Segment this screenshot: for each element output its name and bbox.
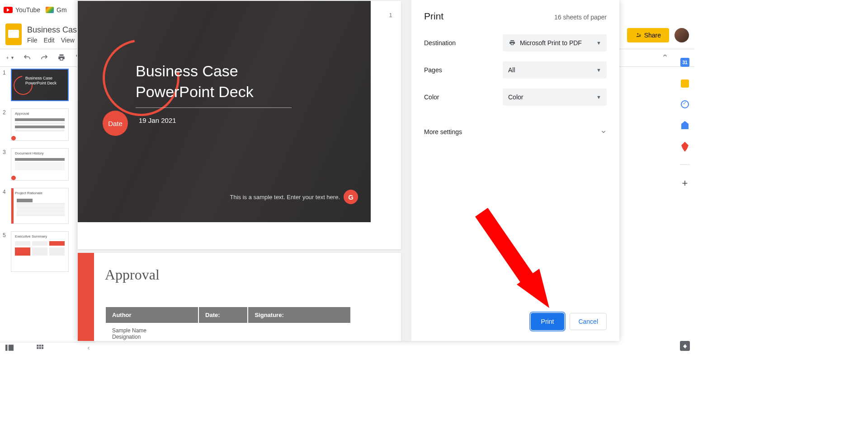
youtube-icon	[4, 7, 13, 13]
chevron-down-icon: ▼	[596, 67, 601, 73]
thumb-number: 5	[3, 231, 11, 272]
tab-label: YouTube	[15, 6, 40, 14]
thumb-number: 1	[3, 69, 11, 101]
thumb-preview: Approval	[11, 108, 69, 141]
calendar-icon[interactable]: 31	[680, 58, 689, 67]
chevron-down-icon	[600, 129, 607, 135]
svg-point-0	[637, 33, 639, 35]
more-settings-toggle[interactable]: More settings	[424, 125, 607, 139]
printer-icon	[508, 39, 516, 47]
chevron-left-icon[interactable]	[86, 345, 91, 353]
user-avatar[interactable]	[675, 28, 689, 42]
slide-thumbnails-panel: 1 Business Case PowerPoint Deck 2 Approv…	[0, 67, 77, 342]
print-settings-panel: Print 16 sheets of paper Destination Mic…	[411, 0, 619, 341]
share-button[interactable]: Share	[627, 28, 669, 42]
color-label: Color	[424, 93, 439, 101]
document-title-area: Business Cas File Edit View	[27, 25, 77, 44]
thumbnail-1[interactable]: 1 Business Case PowerPoint Deck	[0, 67, 77, 103]
destination-value: Microsoft Print to PDF	[520, 39, 582, 47]
svg-rect-10	[39, 347, 41, 349]
svg-rect-1	[639, 35, 641, 37]
pages-value: All	[508, 66, 515, 74]
destination-label: Destination	[424, 39, 456, 47]
contacts-icon[interactable]	[681, 121, 689, 129]
svg-rect-4	[5, 345, 8, 351]
color-value: Color	[508, 93, 523, 101]
slide-2-title: Approval	[105, 266, 160, 283]
thumbnail-3[interactable]: 3 Document History	[0, 146, 77, 182]
pages-select[interactable]: All ▼	[503, 61, 607, 79]
slide-1-content: Date Business Case PowerPoint Deck 19 Ja…	[78, 1, 371, 222]
svg-rect-11	[42, 347, 43, 349]
maps-icon[interactable]	[681, 142, 689, 152]
destination-select[interactable]: Microsoft Print to PDF ▼	[503, 34, 607, 51]
thumb-preview: Executive Summary	[11, 231, 69, 272]
thumb-number: 4	[3, 188, 11, 224]
td-author: Sample Name Designation	[106, 324, 198, 341]
grid-view-button[interactable]	[36, 344, 43, 353]
footer-text: This is a sample text. Enter your text h…	[230, 194, 340, 201]
thumbnail-5[interactable]: 5 Executive Summary	[0, 229, 77, 274]
accent-stripe	[78, 253, 94, 341]
cancel-button[interactable]: Cancel	[570, 313, 607, 330]
menu-view[interactable]: View	[61, 37, 75, 44]
thumb-preview: Document History	[11, 148, 69, 181]
preview-page-2: Approval Author Date: Signature: Sample …	[78, 253, 401, 341]
chevron-down-icon: ▼	[596, 94, 601, 100]
thumbnail-4[interactable]: 4 Project Rationale	[0, 186, 77, 226]
gmail-icon	[46, 7, 54, 13]
slide-title: Business Case PowerPoint Deck	[136, 61, 254, 102]
tab-youtube[interactable]: YouTube	[4, 6, 40, 14]
date-badge: Date	[103, 111, 128, 136]
tab-gmail[interactable]: Gm	[46, 6, 67, 14]
thumb-preview: Project Rationale	[11, 188, 69, 224]
menu-edit[interactable]: Edit	[44, 37, 55, 44]
google-side-panel: 31 + ◆	[675, 49, 694, 354]
redo-button[interactable]	[40, 53, 49, 62]
new-slide-button[interactable]: ▼	[5, 53, 14, 62]
th-author: Author	[106, 307, 198, 323]
keep-icon[interactable]	[681, 79, 689, 88]
svg-rect-8	[42, 345, 43, 346]
print-button[interactable]	[57, 53, 66, 62]
svg-rect-5	[9, 345, 14, 351]
sheet-count: 16 sheets of paper	[554, 14, 607, 21]
brand-badge: G	[344, 190, 358, 204]
filmstrip-view-button[interactable]	[5, 345, 14, 353]
svg-rect-9	[37, 347, 38, 349]
print-preview-area[interactable]: 1 Date Business Case PowerPoint Deck 19 …	[77, 0, 411, 341]
svg-rect-6	[37, 345, 38, 346]
chevron-down-icon: ▼	[596, 40, 601, 46]
tab-label: Gm	[57, 6, 67, 14]
bottom-toolbar	[0, 342, 95, 354]
add-addon-button[interactable]: +	[682, 177, 688, 189]
undo-button[interactable]	[23, 53, 32, 62]
side-panel-collapse[interactable]	[684, 343, 689, 351]
annotation-arrow	[472, 208, 554, 316]
th-date: Date:	[199, 307, 247, 323]
person-lock-icon	[635, 32, 642, 38]
print-dialog: 1 Date Business Case PowerPoint Deck 19 …	[77, 0, 619, 341]
th-signature: Signature:	[248, 307, 350, 323]
chevron-down-icon: ▼	[10, 56, 14, 60]
date-text: 19 Jan 2021	[139, 117, 176, 124]
pages-label: Pages	[424, 66, 442, 74]
thumb-number: 3	[3, 148, 11, 181]
menu-bar: File Edit View	[27, 37, 77, 44]
thumbnail-2[interactable]: 2 Approval	[0, 107, 77, 143]
print-dialog-title: Print	[424, 11, 443, 22]
share-label: Share	[644, 32, 661, 39]
tasks-icon[interactable]	[681, 100, 689, 108]
google-slides-logo-icon[interactable]	[5, 23, 22, 45]
svg-rect-7	[39, 345, 41, 346]
more-settings-label: More settings	[424, 128, 462, 135]
collapse-toggle[interactable]	[662, 52, 668, 61]
thumb-preview: Business Case PowerPoint Deck	[11, 69, 69, 101]
preview-page-1: 1 Date Business Case PowerPoint Deck 19 …	[78, 1, 401, 249]
approval-table: Author Date: Signature: Sample Name Desi…	[105, 306, 351, 341]
page-number-badge: 1	[385, 9, 396, 21]
document-title[interactable]: Business Cas	[27, 25, 77, 35]
color-select[interactable]: Color ▼	[503, 89, 607, 106]
menu-file[interactable]: File	[27, 37, 38, 44]
title-underline	[136, 107, 292, 108]
